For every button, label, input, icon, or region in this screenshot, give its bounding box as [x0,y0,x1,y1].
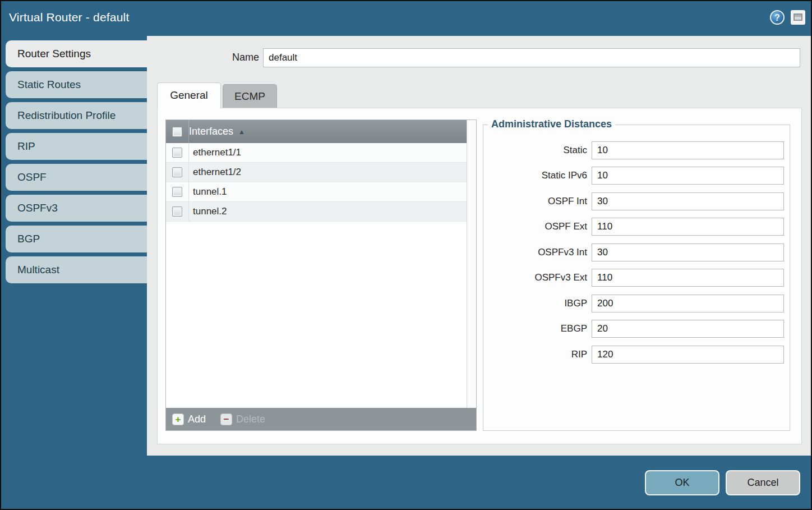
delete-button-label: Delete [236,413,265,425]
ibgp-input[interactable] [592,295,784,313]
main-content: Name General ECMP Interfaces ▲ ethernet1… [147,36,812,456]
sidebar-item-static-routes[interactable]: Static Routes [6,71,147,98]
virtual-router-dialog: Virtual Router - default ? Router Settin… [0,0,812,510]
window-icon-glyph [793,13,802,21]
general-tab-panel: Interfaces ▲ ethernet1/1 ethernet1/2 tun… [157,108,802,444]
table-row[interactable]: tunnel.2 [166,202,467,222]
administrative-distances-group: Administrative Distances Static Static I… [483,125,790,431]
static-ipv6-input[interactable] [592,167,784,185]
table-scrollbar[interactable] [467,120,476,408]
titlebar: Virtual Router - default ? [1,1,811,35]
static-input[interactable] [592,141,784,159]
admin-distance-row: Static IPv6 [483,167,790,185]
table-row[interactable]: ethernet1/2 [166,163,467,182]
help-icon[interactable]: ? [770,10,785,25]
rip-input[interactable] [592,346,784,364]
administrative-distances-title: Administrative Distances [488,118,615,130]
ospfv3-ext-label: OSPFv3 Ext [483,272,587,283]
interfaces-table-header[interactable]: Interfaces ▲ [166,120,467,143]
admin-distance-row: OSPF Ext [483,218,790,236]
cancel-button[interactable]: Cancel [726,470,800,495]
interfaces-column-header[interactable]: Interfaces [189,126,233,137]
add-button-label: Add [188,413,206,425]
admin-distance-row: EBGP [483,320,790,338]
delete-button[interactable]: − Delete [220,413,265,425]
name-label: Name [147,52,259,63]
add-plus-icon: + [172,413,184,425]
window-icon[interactable] [791,10,805,25]
ok-button[interactable]: OK [645,470,719,495]
sidebar-item-ospfv3[interactable]: OSPFv3 [6,195,147,222]
admin-distance-row: OSPFv3 Ext [483,269,790,287]
ospf-int-label: OSPF Int [483,196,587,207]
ebgp-label: EBGP [483,323,587,334]
table-footer: + Add − Delete [166,408,476,430]
dialog-title: Virtual Router - default [9,11,130,24]
sidebar: Router Settings Static Routes Redistribu… [1,36,147,456]
ospfv3-ext-input[interactable] [592,269,784,287]
ospf-ext-input[interactable] [592,218,784,236]
admin-distance-row: RIP [483,346,790,364]
table-row[interactable]: tunnel.1 [166,182,467,202]
sidebar-item-router-settings[interactable]: Router Settings [6,40,147,67]
interface-name: tunnel.2 [189,206,227,217]
sidebar-item-ospf[interactable]: OSPF [6,164,147,191]
ospf-int-input[interactable] [592,192,784,210]
ospf-ext-label: OSPF Ext [483,221,587,232]
static-ipv6-label: Static IPv6 [483,170,587,181]
rip-label: RIP [483,349,587,360]
admin-distance-row: OSPFv3 Int [483,243,790,261]
ospfv3-int-input[interactable] [592,243,784,261]
name-input[interactable] [263,48,800,67]
ibgp-label: IBGP [483,298,587,309]
sidebar-item-redistribution-profile[interactable]: Redistribution Profile [6,102,147,129]
tab-ecmp[interactable]: ECMP [223,84,277,108]
tab-general[interactable]: General [157,82,221,108]
row-checkbox[interactable] [172,167,182,177]
sidebar-item-rip[interactable]: RIP [6,133,147,160]
static-label: Static [483,145,587,156]
sort-ascending-icon[interactable]: ▲ [238,128,245,136]
interfaces-table: Interfaces ▲ ethernet1/1 ethernet1/2 tun… [165,120,477,431]
admin-distance-row: IBGP [483,295,790,313]
sidebar-item-multicast[interactable]: Multicast [6,256,147,283]
admin-distance-row: Static [483,141,790,159]
delete-minus-icon: − [220,413,232,425]
interface-name: ethernet1/1 [189,147,241,158]
ebgp-input[interactable] [592,320,784,338]
admin-distance-row: OSPF Int [483,192,790,210]
row-checkbox[interactable] [172,187,182,197]
select-all-checkbox[interactable] [172,127,182,137]
row-checkbox[interactable] [172,148,182,158]
interface-name: tunnel.1 [189,186,227,197]
ospfv3-int-label: OSPFv3 Int [483,247,587,258]
sidebar-item-bgp[interactable]: BGP [6,226,147,252]
table-row[interactable]: ethernet1/1 [166,143,467,163]
row-checkbox[interactable] [172,206,182,217]
select-all-cell [166,120,189,143]
add-button[interactable]: + Add [172,413,206,425]
interface-name: ethernet1/2 [189,167,241,178]
